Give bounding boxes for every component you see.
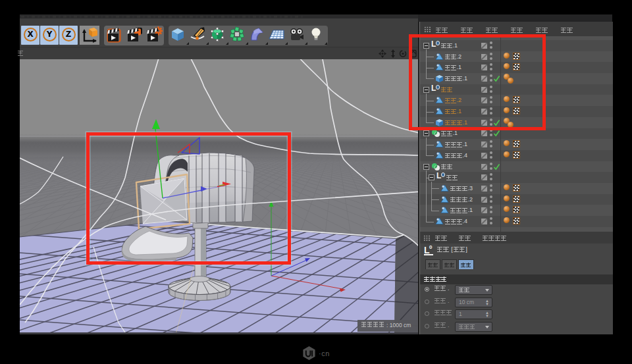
svg-text:: 1000 cm: : 1000 cm	[386, 322, 411, 328]
